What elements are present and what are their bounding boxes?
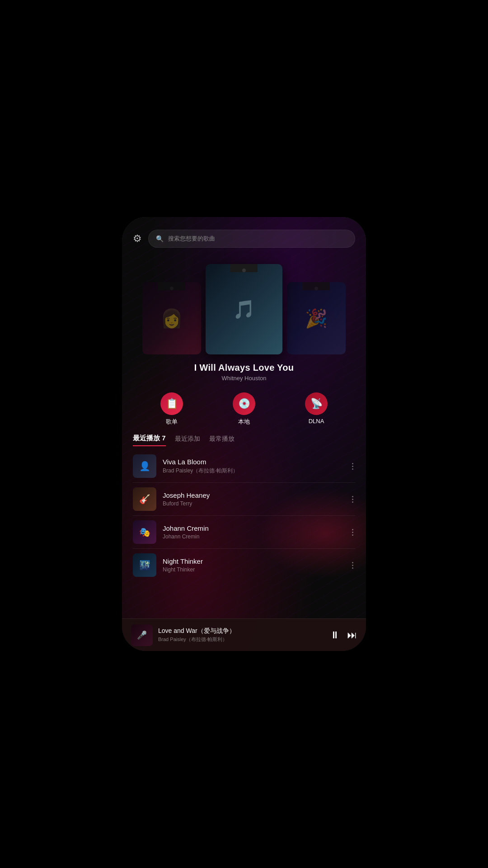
next-icon: ⏭ xyxy=(347,629,357,641)
song-artist-1: Brad Paisley（布拉德·帕斯利） xyxy=(163,467,344,475)
vinyl-top-right xyxy=(303,282,330,290)
thumb-image-2: 🎸 xyxy=(133,487,156,511)
dot xyxy=(352,501,353,503)
more-button-2[interactable] xyxy=(350,494,355,505)
album-card-center[interactable]: 🎵 xyxy=(206,264,282,354)
tab-recently-added[interactable]: 最近添加 xyxy=(175,435,200,446)
now-playing-thumbnail: 🎤 xyxy=(131,624,153,646)
app-content: ⚙ 🔍 搜索您想要的歌曲 👩 🎵 🎉 I Will Al xyxy=(122,217,366,651)
phone-shell: ⚙ 🔍 搜索您想要的歌曲 👩 🎵 🎉 I Will Al xyxy=(122,217,366,651)
song-artist-4: Night Thinker xyxy=(163,566,344,573)
dot xyxy=(352,562,353,563)
now-playing-bar: 🎤 Love and War（爱与战争） Brad Paisley（布拉德·帕斯… xyxy=(122,618,366,651)
song-artist-3: Johann Cremin xyxy=(163,533,344,540)
gear-icon: ⚙ xyxy=(133,233,142,244)
thumb-image-1: 👤 xyxy=(133,454,156,478)
vinyl-top-left xyxy=(158,282,185,290)
more-button-4[interactable] xyxy=(350,560,355,571)
tab-recent[interactable]: 最近播放 7 xyxy=(133,434,166,446)
search-icon: 🔍 xyxy=(156,235,164,242)
song-title-2: Joseph Heaney xyxy=(163,491,344,499)
thumb-image-3: 🎭 xyxy=(133,520,156,544)
dot xyxy=(352,567,353,569)
dot xyxy=(352,529,353,530)
album-image-center: 🎵 xyxy=(206,264,282,354)
list-item[interactable]: 👤 Viva La Bloom Brad Paisley（布拉德·帕斯利） xyxy=(122,450,366,482)
nav-item-dlna[interactable]: 📡 DLNA xyxy=(305,392,328,426)
pause-icon: ⏸ xyxy=(330,629,340,641)
featured-artist: Whitney Houston xyxy=(131,375,357,382)
dot xyxy=(352,496,353,497)
list-item[interactable]: 🌃 Night Thinker Night Thinker xyxy=(122,549,366,581)
dot xyxy=(352,463,353,464)
nav-label-local: 本地 xyxy=(238,418,250,426)
settings-button[interactable]: ⚙ xyxy=(133,233,142,245)
playlist-icon-circle: 📋 xyxy=(160,392,183,415)
song-text-4: Night Thinker Night Thinker xyxy=(163,557,344,573)
song-thumbnail-3: 🎭 xyxy=(133,520,156,544)
album-carousel: 👩 🎵 🎉 xyxy=(122,255,366,354)
nav-label-dlna: DLNA xyxy=(309,418,324,425)
song-thumbnail-1: 👤 xyxy=(133,454,156,478)
song-thumbnail-2: 🎸 xyxy=(133,487,156,511)
more-button-1[interactable] xyxy=(350,461,355,472)
tab-most-played[interactable]: 最常播放 xyxy=(209,435,235,446)
album-card-right[interactable]: 🎉 xyxy=(287,282,346,354)
song-title-4: Night Thinker xyxy=(163,557,344,565)
dot xyxy=(352,565,353,566)
nav-label-playlist: 歌单 xyxy=(166,418,178,426)
now-playing-thumb-image: 🎤 xyxy=(131,624,153,646)
list-item[interactable]: 🎸 Joseph Heaney Buford Terry xyxy=(122,483,366,515)
song-artist-2: Buford Terry xyxy=(163,500,344,507)
search-bar[interactable]: 🔍 搜索您想要的歌曲 xyxy=(148,230,355,248)
nav-item-local[interactable]: 💿 本地 xyxy=(233,392,255,426)
album-image-left: 👩 xyxy=(142,282,201,354)
search-placeholder: 搜索您想要的歌曲 xyxy=(168,235,215,243)
song-thumbnail-4: 🌃 xyxy=(133,553,156,577)
now-playing-title: Love and War（爱与战争） xyxy=(158,627,324,635)
header: ⚙ 🔍 搜索您想要的歌曲 xyxy=(122,217,366,255)
album-card-left[interactable]: 👩 xyxy=(142,282,201,354)
nav-item-playlist[interactable]: 📋 歌单 xyxy=(160,392,183,426)
now-playing-artist: Brad Paisley（布拉德·帕斯利） xyxy=(158,636,324,643)
song-text-2: Joseph Heaney Buford Terry xyxy=(163,491,344,507)
now-playing-text: Love and War（爱与战争） Brad Paisley（布拉德·帕斯利） xyxy=(158,627,324,643)
dot xyxy=(352,468,353,470)
dlna-icon: 📡 xyxy=(310,398,323,410)
list-item[interactable]: 🎭 Johann Cremin Johann Cremin xyxy=(122,516,366,548)
dot xyxy=(352,499,353,500)
next-button[interactable]: ⏭ xyxy=(347,629,357,641)
nav-icons: 📋 歌单 💿 本地 📡 DLNA xyxy=(122,384,366,430)
more-button-3[interactable] xyxy=(350,527,355,538)
dlna-icon-circle: 📡 xyxy=(305,392,328,415)
featured-song-info: I Will Always Love You Whitney Houston xyxy=(122,354,366,384)
dot xyxy=(352,466,353,467)
playback-controls: ⏸ ⏭ xyxy=(330,629,357,641)
vinyl-top-center xyxy=(230,264,258,272)
song-title-1: Viva La Bloom xyxy=(163,458,344,466)
tabs-bar: 最近播放 7 最近添加 最常播放 xyxy=(122,430,366,448)
playlist-icon: 📋 xyxy=(166,398,178,410)
thumb-image-4: 🌃 xyxy=(133,553,156,577)
album-image-right: 🎉 xyxy=(287,282,346,354)
dot xyxy=(352,534,353,536)
song-list: 👤 Viva La Bloom Brad Paisley（布拉德·帕斯利） 🎸 xyxy=(122,448,366,618)
featured-title: I Will Always Love You xyxy=(131,363,357,373)
song-title-3: Johann Cremin xyxy=(163,524,344,532)
local-icon-circle: 💿 xyxy=(233,392,255,415)
song-text-1: Viva La Bloom Brad Paisley（布拉德·帕斯利） xyxy=(163,458,344,475)
pause-button[interactable]: ⏸ xyxy=(330,629,340,641)
song-text-3: Johann Cremin Johann Cremin xyxy=(163,524,344,540)
dot xyxy=(352,532,353,533)
local-icon: 💿 xyxy=(238,398,250,410)
